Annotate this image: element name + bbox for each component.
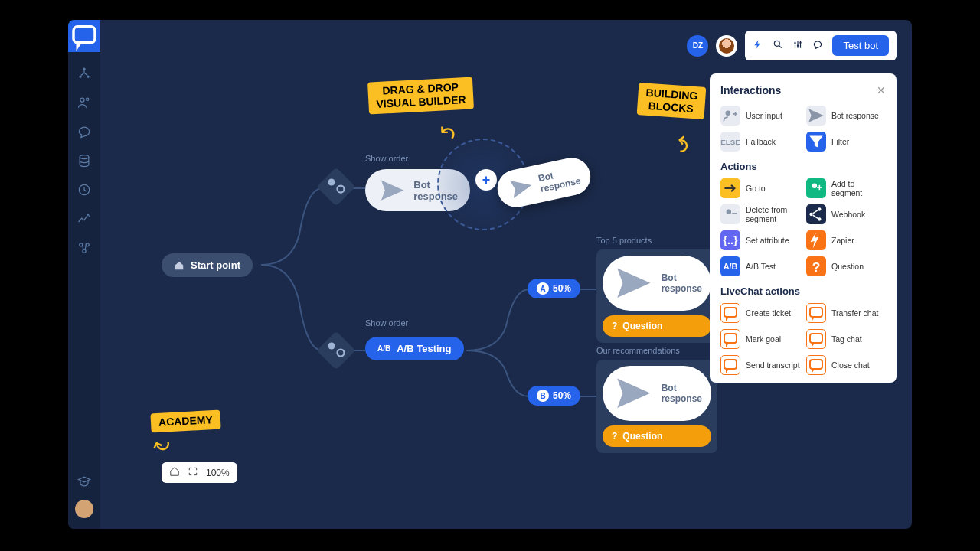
arrow-icon: ↶	[431, 119, 462, 149]
svg-rect-29	[724, 308, 737, 317]
chat-icon	[806, 329, 826, 349]
palette-item[interactable]: Mark goal	[720, 329, 800, 349]
start-node[interactable]: Start point	[162, 253, 253, 277]
close-icon[interactable]: ✕	[877, 84, 886, 96]
bot-response-pill[interactable]: Bot response	[603, 366, 711, 421]
svg-point-10	[83, 249, 86, 253]
share-icon	[806, 204, 826, 224]
nav-chat-icon[interactable]	[77, 124, 92, 139]
svg-rect-34	[810, 360, 822, 369]
send-icon	[806, 106, 826, 126]
svg-point-23	[809, 213, 812, 216]
svg-rect-30	[810, 308, 822, 317]
bot-response-pill[interactable]: Bot response	[603, 256, 711, 311]
variant-b-chip[interactable]: B 50%	[528, 386, 580, 406]
svg-point-15	[328, 179, 335, 186]
palette-label: Mark goal	[746, 334, 781, 344]
question-pill[interactable]: ?Question	[603, 315, 711, 337]
chat-icon	[720, 355, 740, 375]
nav-flows-icon[interactable]	[77, 66, 92, 81]
svg-text:ELSE: ELSE	[720, 138, 740, 146]
palette-label: Delete from segment	[746, 205, 800, 223]
svg-text:{..}: {..}	[724, 234, 738, 246]
palette-item[interactable]: Delete from segment	[720, 204, 800, 224]
palette-item[interactable]: Create ticket	[720, 303, 800, 323]
palette-item[interactable]: Send transcript	[720, 355, 800, 375]
svg-point-11	[775, 41, 780, 46]
logo[interactable]	[68, 20, 100, 52]
nav-users-icon[interactable]	[77, 95, 92, 110]
palette-item[interactable]: Bot response	[806, 106, 886, 126]
svg-point-1	[83, 68, 85, 70]
test-chat-icon[interactable]	[812, 39, 823, 53]
arrow-icon: ↶	[667, 132, 694, 154]
else-icon: ELSE	[720, 132, 740, 152]
sidebar	[68, 20, 100, 529]
svg-point-24	[818, 207, 821, 210]
palette-item[interactable]: ?Question	[806, 256, 886, 276]
zoom-value: 100%	[206, 468, 230, 478]
card-label: Our recommendations	[596, 346, 680, 355]
variant-a-chip[interactable]: A 50%	[528, 279, 580, 298]
canvas[interactable]: DZ Test bot DRAG & DROP VISUAL BUILDER ↶…	[100, 20, 912, 529]
lightning-icon[interactable]	[753, 39, 763, 53]
nav-database-icon[interactable]	[77, 153, 92, 168]
palette-item[interactable]: {..}Set attribute	[720, 230, 800, 250]
palette-item[interactable]: ELSEFallback	[720, 132, 800, 152]
settings-icon[interactable]	[792, 39, 803, 53]
user-icon	[720, 106, 740, 126]
palette-item[interactable]: Close chat	[806, 355, 886, 375]
nav-history-icon[interactable]	[77, 182, 92, 197]
pill-label: Question	[622, 431, 662, 442]
palette-item[interactable]: Tag chat	[806, 329, 886, 349]
question-pill[interactable]: ?Question	[603, 425, 711, 447]
callout-drag-drop: DRAG & DROP VISUAL BUILDER	[368, 77, 474, 114]
palette-item[interactable]: Zapier	[806, 230, 886, 250]
card-recommendations[interactable]: Bot response ?Question	[596, 360, 717, 453]
node-label: Start point	[191, 259, 240, 271]
sidebar-avatar[interactable]	[75, 500, 93, 518]
card-top-products[interactable]: Bot response ?Question	[596, 249, 717, 343]
ab-testing-node[interactable]: A/B A/B Testing	[365, 337, 464, 360]
palette-item[interactable]: User input	[720, 106, 800, 126]
add-node-button[interactable]: +	[475, 169, 497, 191]
plus-user-icon	[806, 178, 826, 198]
node-label: A/B Testing	[397, 343, 451, 354]
svg-point-6	[80, 155, 89, 159]
node-group-label: Show order	[365, 318, 408, 328]
minus-user-icon	[720, 204, 740, 224]
academy-icon[interactable]	[77, 474, 92, 489]
nav-integrations-icon[interactable]	[77, 240, 92, 256]
svg-point-14	[800, 41, 802, 43]
palette-item[interactable]: A/BA/B Test	[720, 256, 800, 276]
panel-title: Interactions	[720, 84, 781, 96]
arrow-icon	[720, 178, 740, 198]
nav-analytics-icon[interactable]	[77, 211, 92, 227]
chat-icon	[720, 303, 740, 323]
palette-item[interactable]: Transfer chat	[806, 303, 886, 323]
home-zoom-icon[interactable]	[169, 466, 180, 479]
palette-item[interactable]: Filter	[806, 132, 886, 152]
pill-label: Bot response	[662, 383, 702, 404]
search-icon[interactable]	[773, 39, 783, 53]
branch-node-2[interactable]	[317, 331, 356, 370]
test-bot-button[interactable]: Test bot	[832, 35, 889, 56]
variant-letter: B	[537, 390, 549, 402]
svg-rect-32	[810, 334, 822, 343]
chat-icon	[806, 355, 826, 375]
fullscreen-icon[interactable]	[188, 466, 198, 479]
chat-icon	[806, 303, 826, 323]
palette-item[interactable]: Webhook	[806, 204, 886, 224]
palette-label: Close chat	[831, 360, 870, 370]
palette-item[interactable]: Add to segment	[806, 178, 886, 198]
palette-label: Transfer chat	[831, 308, 878, 318]
svg-point-22	[727, 210, 732, 215]
user-avatar[interactable]	[716, 35, 737, 57]
svg-text:A/B: A/B	[724, 262, 738, 271]
palette-item[interactable]: Go to	[720, 178, 800, 198]
branch-node-1[interactable]	[317, 168, 356, 207]
palette-label: Fallback	[746, 137, 776, 146]
callout-building-blocks: BUILDING BLOCKS	[637, 83, 706, 119]
user-badge[interactable]: DZ	[687, 35, 708, 57]
variant-letter: A	[537, 282, 549, 295]
